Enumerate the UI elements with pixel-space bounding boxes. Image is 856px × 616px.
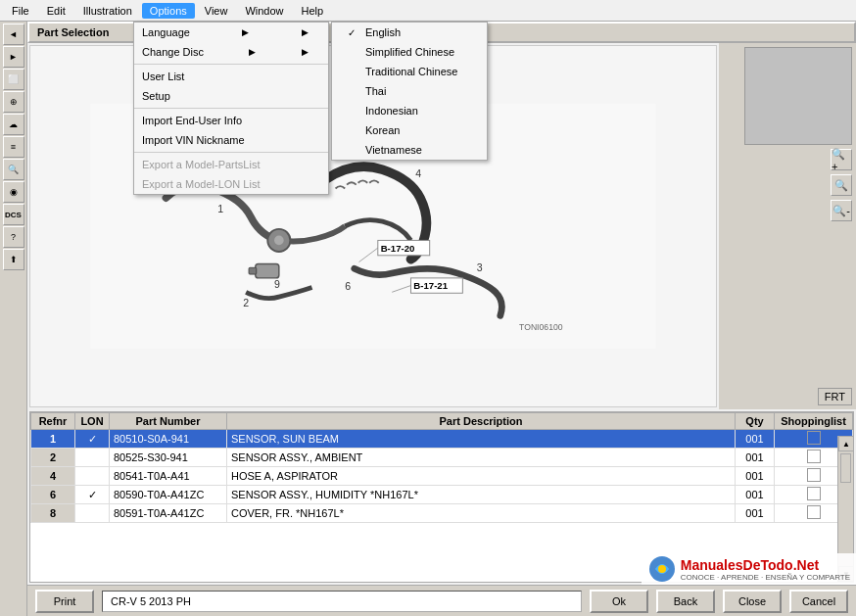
lang-simplified-chinese[interactable]: Simplified Chinese — [332, 42, 487, 62]
menu-import-vin[interactable]: Import VIN Nickname — [134, 130, 328, 150]
menu-user-list[interactable]: User List — [134, 67, 328, 86]
menu-file[interactable]: File — [4, 3, 37, 19]
lang-vietnamese[interactable]: Vietnamese — [332, 140, 487, 160]
menu-divider-2 — [134, 108, 328, 109]
lang-english[interactable]: ✓ English — [332, 23, 487, 42]
menu-view[interactable]: View — [197, 3, 236, 19]
menu-setup[interactable]: Setup — [134, 86, 328, 106]
menu-change-disc[interactable]: Change Disc ▶ — [134, 42, 328, 62]
menu-divider-1 — [134, 64, 328, 65]
menu-import-end-user[interactable]: Import End-User Info — [134, 111, 328, 130]
menu-illustration[interactable]: Illustration — [75, 3, 140, 19]
menu-language[interactable]: Language ▶ — [134, 23, 328, 42]
menu-edit[interactable]: Edit — [39, 3, 73, 19]
menu-export-parts: Export a Model-PartsList — [134, 155, 328, 174]
lang-korean[interactable]: Korean — [332, 120, 487, 140]
menu-window[interactable]: Window — [237, 3, 291, 19]
menu-help[interactable]: Help — [294, 3, 332, 19]
menu-export-lon: Export a Model-LON List — [134, 174, 328, 194]
menu-divider-3 — [134, 152, 328, 153]
menu-options[interactable]: Options — [142, 3, 195, 19]
dropdown-overlay: Language ▶ Change Disc ▶ User List Setup… — [0, 22, 856, 616]
lang-thai[interactable]: Thai — [332, 81, 487, 101]
lang-indonesian[interactable]: Indonesian — [332, 101, 487, 120]
options-menu-popup: Language ▶ Change Disc ▶ User List Setup… — [133, 22, 329, 195]
language-submenu-popup: ✓ English Simplified Chinese Traditional… — [331, 22, 488, 161]
lang-traditional-chinese[interactable]: Traditional Chinese — [332, 62, 487, 81]
menubar: File Edit Illustration Options View Wind… — [0, 0, 856, 22]
